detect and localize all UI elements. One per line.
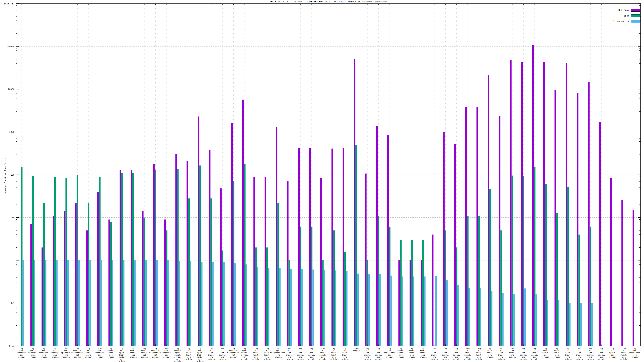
bar-score-0-1 [178, 261, 180, 346]
x-category-label: 9@1.list.dnswl.orgorigin [576, 347, 582, 360]
bar-score-0-1 [335, 271, 336, 346]
bar-score-0-1 [513, 295, 515, 346]
bar-not-spam [164, 219, 166, 346]
bar-not-spam [198, 116, 199, 346]
bar-spam [333, 231, 335, 346]
bar-not-spam [365, 174, 366, 346]
bar-not-spam [488, 75, 489, 346]
bar-spam [500, 231, 502, 346]
legend-label-score: Score (0..1) [613, 20, 629, 23]
bar-not-spam [622, 200, 623, 346]
bar-not-spam [42, 247, 43, 346]
bar-spam [43, 203, 45, 346]
bar-spam [110, 222, 112, 346]
x-category-label: 3@Y.list.dnswl.orgorigin [375, 347, 382, 360]
x-category-label: 4@3.list.dnswl.orgorigin [453, 347, 460, 360]
x-category-label: 3@1.list.dnswl.orgorigin [442, 347, 449, 360]
bar-spam [277, 203, 279, 346]
bar-not-spam [142, 211, 144, 346]
x-category-label: 6@spam.dnsbl.sorbs.netorigin [241, 347, 248, 360]
bar-score-0-1 [424, 277, 426, 346]
bar-not-spam [521, 62, 523, 346]
bar-score-0-1 [324, 270, 325, 346]
bar-not-spam [566, 63, 567, 346]
bar-score-0-1 [112, 260, 113, 346]
bar-spam [233, 181, 234, 346]
bar-score-0-1 [134, 260, 136, 346]
bar-score-0-1 [413, 277, 414, 346]
x-category-label: 2@dnsbl.sorbs.netorigin [398, 347, 404, 358]
rbl-statistics-chart: RBL Statistics - Tue Nov 1 12:58:54 EDT … [0, 0, 644, 362]
legend-item-not-spam: Not Spam [613, 7, 640, 13]
bar-score-0-1 [346, 271, 348, 346]
bar-not-spam [120, 170, 121, 346]
bar-spam [66, 178, 67, 346]
x-category-label: 2@db.wpbl.infoorigin [85, 347, 92, 358]
bar-not-spam [343, 148, 344, 346]
bar-not-spam [298, 148, 300, 346]
bar-not-spam [510, 60, 512, 346]
x-category-label: 11@1.list.dnswl.orgorigin [620, 347, 627, 360]
bar-score-0-1 [435, 276, 437, 346]
x-category-label: 3@list.dnswl.orgorigin [509, 347, 516, 358]
bar-score-0-1 [268, 268, 270, 346]
bar-not-spam [30, 224, 32, 346]
bar-score-0-1 [223, 262, 225, 346]
bar-not-spam [554, 90, 556, 346]
bar-not-spam [332, 149, 333, 346]
x-category-label: 2@bl.spamcop.netorigin [50, 347, 60, 358]
bar-spam [132, 173, 134, 346]
bar-score-0-1 [234, 264, 236, 346]
bar-spam [99, 177, 100, 346]
x-category-label: 4@0.list.dnswl.orgorigin [286, 347, 292, 360]
bar-spam [255, 247, 256, 346]
x-category-label: 15@0.list.dnswl.orgorigin [252, 347, 259, 360]
bar-spam [88, 203, 89, 346]
legend-item-spam: Spam [613, 13, 640, 18]
x-category-label: 2@list.dnswl.orgorigin [542, 347, 549, 358]
bar-spam [266, 247, 268, 346]
x-category-label: 1@list.dnswl.orgorigin [554, 347, 560, 358]
bar-spam [188, 199, 190, 346]
y-tick-label: 100 [10, 174, 14, 176]
bar-spam [244, 164, 246, 346]
bar-score-0-1 [212, 262, 214, 346]
bar-not-spam [376, 126, 378, 346]
bar-score-0-1 [491, 291, 492, 346]
bar-spam [21, 167, 22, 346]
bar-spam [366, 260, 368, 346]
x-category-label: 9@3.list.dnswl.orgorigin [520, 347, 527, 360]
bar-spam [288, 260, 290, 346]
bar-score-0-1 [446, 280, 448, 346]
bar-not-spam [98, 192, 99, 346]
plot-area: 1x10^{6}1000001000010001001010.10.013@ze… [0, 0, 644, 362]
bar-not-spam [309, 148, 311, 346]
bar-spam [422, 240, 424, 346]
x-category-label: 4@2.list.dnswl.orgorigin [598, 347, 605, 360]
bar-score-0-1 [368, 274, 370, 346]
x-category-label: 2@ubl.unsubscore.comorigin [629, 347, 642, 358]
bar-not-spam [265, 177, 266, 346]
bar-not-spam [86, 231, 88, 346]
bar-spam [556, 213, 558, 346]
bar-score-0-1 [290, 269, 292, 346]
bar-score-0-1 [34, 260, 35, 346]
bar-score-0-1 [123, 260, 124, 346]
bar-spam [222, 250, 223, 346]
bar-spam [166, 231, 168, 346]
legend-swatch-score [631, 20, 640, 23]
x-category-label: 7@dnsbl.sorbs.netorigin [108, 347, 114, 358]
bar-spam [389, 227, 390, 346]
x-category-label: 3@zen.spamhaus.orgorigin [16, 347, 27, 358]
bar-spam [32, 176, 34, 346]
bar-spam [77, 175, 78, 346]
x-category-label: 5@Y.list.dnswl.orgorigin [208, 347, 215, 360]
y-tick-label: 0.1 [10, 302, 14, 305]
bar-spam [54, 177, 56, 346]
bar-not-spam [131, 170, 132, 346]
x-category-label: 6@2.list.dnswl.orgorigin [297, 347, 304, 360]
bar-not-spam [610, 178, 612, 346]
bar-spam [534, 167, 536, 346]
x-category-label: 6@new.spam.dnsbl.sorbs.netorigin [118, 347, 126, 362]
bar-score-0-1 [145, 260, 147, 346]
